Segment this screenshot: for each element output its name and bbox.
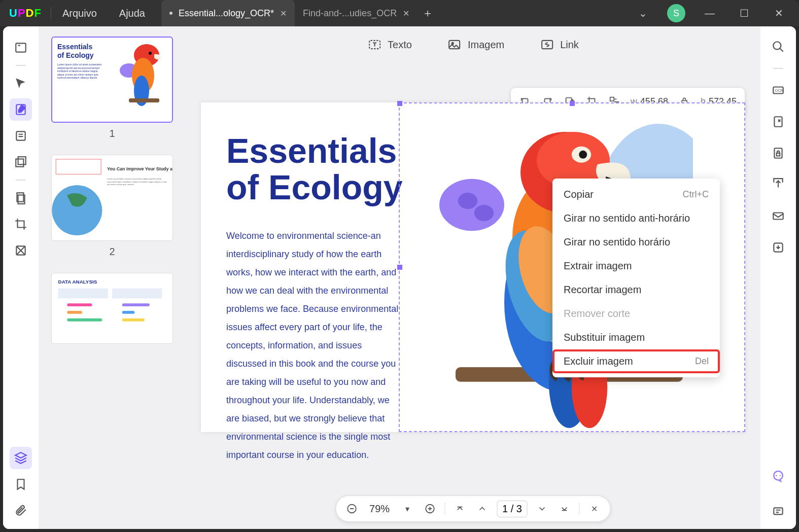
thumbnail-panel: Essentialsof Ecology Lorem ipsum dolor s… [39,26,186,529]
title-bar: UPDF Arquivo Ajuda Essential...ology_OCR… [0,0,799,26]
svg-text:OCR: OCR [775,88,784,93]
parrot-thumb-icon [119,40,169,111]
tab-label: Find-and-...udies_OCR [303,8,397,19]
ctx-replace[interactable]: Substituir imagem [552,326,720,349]
svg-rect-60 [777,153,780,156]
ai-assistant-icon[interactable] [768,466,788,486]
page-navigation-bar: 79% ▾ 1 / 3 ✕ [335,495,611,522]
ctx-delete[interactable]: Excluir imagem Del [552,349,720,373]
ctx-crop[interactable]: Recortar imagem [552,278,720,302]
left-toolbar [3,26,39,529]
resize-handle[interactable] [570,101,575,106]
chevron-down-icon[interactable]: ⌄ [633,3,653,23]
export-icon[interactable] [768,112,788,132]
ctx-rotate-cw[interactable]: Girar no sentido horário [552,230,720,254]
ctx-extract[interactable]: Extrair imagem [552,254,720,278]
canvas-area: Texto Imagem Link w 455.68 h [186,26,760,529]
right-toolbar: OCR [760,26,796,529]
svg-point-64 [780,475,781,477]
ctx-rotate-ccw[interactable]: Girar no sentido anti-horário [552,206,720,230]
edit-link-button[interactable]: Link [540,38,579,52]
edit-tool-icon[interactable] [10,98,32,121]
crop-tool-icon[interactable] [10,213,32,235]
watermark-tool-icon[interactable] [10,239,32,262]
svg-rect-61 [773,213,783,220]
reader-tool-icon[interactable] [10,37,32,59]
form-tool-icon[interactable] [10,125,32,147]
ctx-copy[interactable]: Copiar Ctrl+C [552,183,720,206]
tab-inactive[interactable]: Find-and-...udies_OCR ✕ [295,0,418,26]
text-icon [367,38,381,52]
tab-strip: Essential...ology_OCR* ✕ Find-and-...udi… [161,0,633,26]
svg-rect-21 [67,303,92,306]
thumbnail-page-3[interactable]: DATA ANALYSIS [51,273,173,344]
maximize-icon[interactable]: ☐ [734,3,754,23]
email-icon[interactable] [768,206,788,226]
close-bar-icon[interactable]: ✕ [587,501,602,516]
organize-tool-icon[interactable] [10,151,32,173]
zoom-out-icon[interactable] [344,501,359,516]
edit-image-button[interactable]: Imagem [447,38,504,52]
page-number-input[interactable]: 1 / 3 [497,501,528,517]
protect-icon[interactable] [768,143,788,163]
ctx-remove-crop: Remover corte [552,302,720,326]
link-icon [540,38,554,52]
close-tab-icon[interactable]: ✕ [280,9,287,18]
thumbnail-page-2[interactable]: You Can Improve Your Study and Learning … [51,155,173,241]
layers-icon[interactable] [10,447,32,469]
svg-point-12 [149,52,152,55]
workspace: Essentialsof Ecology Lorem ipsum dolor s… [3,26,796,529]
ocr-icon[interactable]: OCR [768,80,788,100]
zoom-in-icon[interactable] [422,501,437,516]
svg-rect-20 [112,289,162,299]
edit-mode-toolbar: Texto Imagem Link [367,38,579,52]
close-window-icon[interactable]: ✕ [769,3,789,23]
dirty-indicator-icon [169,12,172,15]
page-body-text[interactable]: Welcome to environmental science-an inte… [226,227,399,464]
svg-rect-3 [16,159,23,167]
prev-page-icon[interactable] [474,501,490,516]
svg-rect-23 [67,318,102,322]
tab-label: Essential...ology_OCR* [179,8,274,19]
svg-point-63 [776,475,777,477]
next-page-icon[interactable] [535,501,550,516]
share-icon[interactable] [768,174,788,195]
last-page-icon[interactable] [557,501,572,516]
svg-text:You Can Improve Your Study and: You Can Improve Your Study and Learning … [107,166,172,171]
close-tab-icon[interactable]: ✕ [403,9,409,18]
svg-rect-22 [67,311,82,314]
app-logo: UPDF [0,7,51,20]
svg-rect-14 [56,159,101,174]
svg-rect-24 [122,303,150,306]
svg-rect-65 [774,508,782,514]
tab-active[interactable]: Essential...ology_OCR* ✕ [161,0,295,26]
minimize-icon[interactable]: — [700,3,720,23]
svg-rect-4 [18,157,26,164]
resize-handle[interactable] [397,265,402,270]
svg-point-55 [773,42,781,49]
svg-text:DATA ANALYSIS: DATA ANALYSIS [58,279,97,285]
comments-panel-icon[interactable] [768,502,788,522]
bookmark-icon[interactable] [10,473,32,495]
resize-handle[interactable] [397,101,402,106]
svg-rect-26 [122,318,145,322]
redact-tool-icon[interactable] [10,187,32,209]
menu-help[interactable]: Ajuda [108,8,156,19]
svg-rect-34 [610,97,614,101]
add-tab-button[interactable]: ＋ [418,0,438,26]
svg-rect-19 [58,289,109,299]
first-page-icon[interactable] [452,501,467,516]
attachment-icon[interactable] [10,500,32,522]
save-icon[interactable] [768,237,788,258]
zoom-value[interactable]: 79% [366,503,393,515]
thumbnail-page-1[interactable]: Essentialsof Ecology Lorem ipsum dolor s… [51,37,173,123]
user-avatar[interactable]: S [667,4,685,22]
edit-text-button[interactable]: Texto [367,38,412,52]
image-icon [447,38,462,52]
menu-file[interactable]: Arquivo [51,8,108,19]
search-icon[interactable] [768,37,788,57]
thumb-page-number: 2 [49,246,176,258]
zoom-dropdown-icon[interactable]: ▾ [400,501,415,516]
comment-tool-icon[interactable] [10,72,32,94]
context-menu: Copiar Ctrl+C Girar no sentido anti-horá… [552,179,720,377]
